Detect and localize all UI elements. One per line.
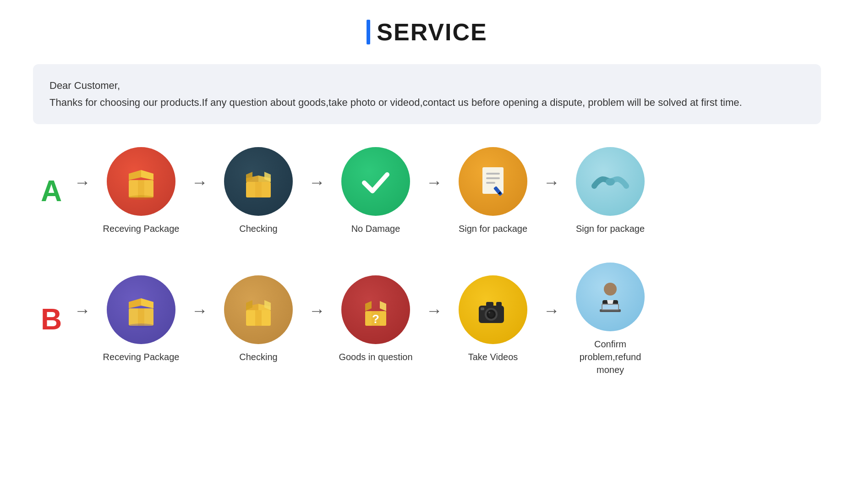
icon-circle-sign2 <box>576 147 645 216</box>
svg-rect-14 <box>486 177 500 179</box>
arrow-a3: → <box>426 173 443 192</box>
svg-text:?: ? <box>372 312 379 326</box>
arrow-b0: → <box>74 301 91 320</box>
icon-circle-refund <box>576 263 645 331</box>
checking-icon-a <box>238 161 279 202</box>
page-title: SERVICE <box>377 18 487 46</box>
svg-marker-20 <box>129 298 141 308</box>
svg-rect-42 <box>481 307 484 310</box>
svg-point-44 <box>604 283 617 296</box>
label-receiving-a: Receving Package <box>103 222 180 235</box>
icon-circle-question: ? <box>341 275 410 344</box>
arrow-b1: → <box>192 301 208 320</box>
svg-rect-41 <box>496 302 502 307</box>
arrow-b2: → <box>309 301 325 320</box>
svg-rect-15 <box>486 182 495 184</box>
info-box: Dear Customer, Thanks for choosing our p… <box>33 64 821 124</box>
label-receiving-b: Receving Package <box>103 351 180 363</box>
info-line1: Dear Customer, <box>49 77 805 94</box>
checkmark-icon <box>355 161 396 202</box>
sign-icon <box>472 161 514 202</box>
label-nodamage: No Damage <box>351 222 400 235</box>
person-icon <box>590 276 631 318</box>
icon-circle-sign1 <box>459 147 527 216</box>
label-checking-b: Checking <box>239 351 277 363</box>
row-letter-a: A <box>33 174 70 208</box>
flow-item-a3: No Damage <box>330 147 422 235</box>
flow-item-a1: Receving Package <box>95 147 187 235</box>
svg-point-40 <box>488 312 490 313</box>
svg-point-23 <box>128 323 154 328</box>
flow-item-b2: Checking <box>213 275 304 363</box>
svg-marker-1 <box>129 170 141 180</box>
svg-rect-43 <box>486 302 493 307</box>
icon-circle-nodamage <box>341 147 410 216</box>
svg-rect-49 <box>602 305 618 309</box>
flow-item-b5: Confirm problem,refund money <box>564 263 656 376</box>
icon-circle-checking-b <box>224 275 293 344</box>
label-refund: Confirm problem,refund money <box>564 338 656 376</box>
svg-rect-22 <box>138 308 144 326</box>
package-icon-a <box>120 161 162 202</box>
flow-section-b: B → Receving Package → <box>33 263 821 376</box>
flow-item-b1: Receving Package <box>95 275 187 363</box>
svg-marker-34 <box>380 301 386 311</box>
svg-point-18 <box>606 178 615 186</box>
question-box-icon: ? <box>355 289 396 330</box>
flow-section-a: A → Receving Package → <box>33 147 821 235</box>
arrow-a0: → <box>74 173 91 192</box>
arrow-a4: → <box>543 173 560 192</box>
svg-rect-3 <box>138 180 144 197</box>
row-letter-b: B <box>33 302 70 336</box>
label-videos: Take Videos <box>468 351 518 363</box>
label-sign1: Sign for package <box>459 222 527 235</box>
page-title-wrap: SERVICE <box>367 18 487 46</box>
arrow-b4: → <box>543 301 560 320</box>
icon-circle-checking-a <box>224 147 293 216</box>
svg-marker-2 <box>141 170 153 180</box>
checking-icon-b <box>238 289 279 330</box>
icon-circle-receiving-b <box>107 275 175 344</box>
info-line2: Thanks for choosing our products.If any … <box>49 94 805 111</box>
svg-rect-12 <box>482 167 504 194</box>
flow-row-a: A → Receving Package → <box>33 147 821 235</box>
flow-item-a5: Sign for package <box>564 147 656 235</box>
svg-rect-7 <box>255 182 262 197</box>
arrow-a2: → <box>309 173 325 192</box>
svg-point-4 <box>128 195 154 200</box>
arrow-b3: → <box>426 301 443 320</box>
camera-icon <box>472 289 514 330</box>
svg-rect-13 <box>486 173 500 175</box>
flow-item-a4: Sign for package <box>447 147 539 235</box>
icon-circle-receiving-a <box>107 147 175 216</box>
svg-rect-25 <box>255 310 262 326</box>
label-checking-a: Checking <box>239 222 277 235</box>
flow-item-b3: ? Goods in question <box>330 275 422 363</box>
svg-marker-21 <box>141 298 153 308</box>
flow-item-a2: Checking <box>213 147 304 235</box>
icon-circle-camera <box>459 275 527 344</box>
package-icon-b <box>120 289 162 330</box>
flow-row-b: B → Receving Package → <box>33 263 821 376</box>
arrow-a1: → <box>192 173 208 192</box>
label-question: Goods in question <box>339 351 412 363</box>
title-accent-bar <box>367 20 370 44</box>
flow-item-b4: Take Videos <box>447 275 539 363</box>
label-sign2: Sign for package <box>576 222 645 235</box>
svg-marker-33 <box>365 301 372 311</box>
handshake-icon <box>590 161 631 202</box>
